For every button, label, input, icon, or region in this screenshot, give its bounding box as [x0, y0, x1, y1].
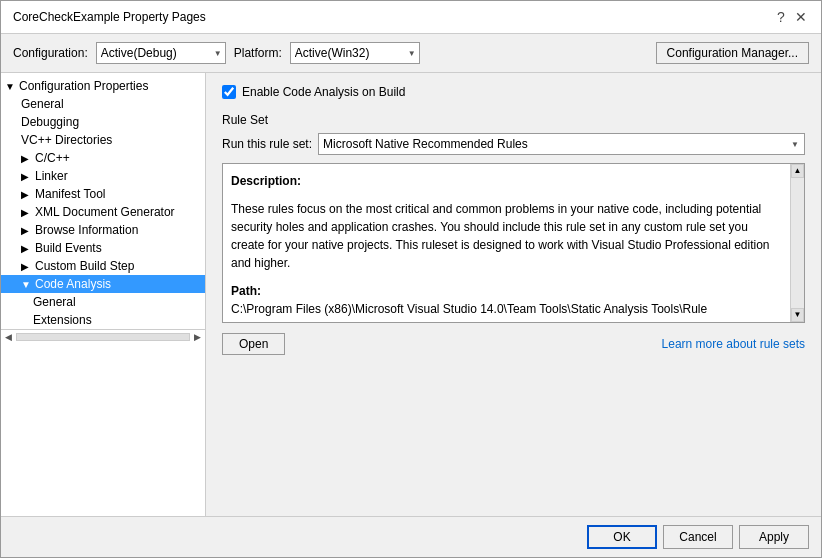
sidebar-item-extensions[interactable]: Extensions: [1, 311, 205, 329]
config-label: Configuration:: [13, 46, 88, 60]
enable-code-analysis-label: Enable Code Analysis on Build: [242, 85, 405, 99]
sidebar-label: Debugging: [21, 115, 79, 129]
scroll-up-btn[interactable]: ▲: [791, 164, 804, 178]
description-content: Description: These rules focus on the mo…: [231, 172, 796, 323]
platform-select-wrapper: Active(Win32): [290, 42, 420, 64]
sidebar-label: XML Document Generator: [35, 205, 175, 219]
footer: OK Cancel Apply: [1, 516, 821, 557]
expand-arrow: ▶: [21, 261, 33, 272]
hscroll-track[interactable]: [16, 333, 190, 341]
sidebar-item-xml-document-generator[interactable]: ▶ XML Document Generator: [1, 203, 205, 221]
sidebar-label: General: [21, 97, 64, 111]
ruleset-select[interactable]: Microsoft Native Recommended Rules: [318, 133, 805, 155]
title-bar-controls: ? ✕: [773, 9, 809, 25]
sidebar-label: VC++ Directories: [21, 133, 112, 147]
enable-code-analysis-row: Enable Code Analysis on Build: [222, 85, 805, 99]
dialog-title: CoreCheckExample Property Pages: [13, 10, 206, 24]
scroll-right-btn[interactable]: ▶: [192, 332, 203, 342]
sidebar-item-general[interactable]: General: [1, 95, 205, 113]
ruleset-select-wrapper: Microsoft Native Recommended Rules: [318, 133, 805, 155]
expand-arrow: ▶: [21, 207, 33, 218]
open-button[interactable]: Open: [222, 333, 285, 355]
sidebar-item-build-events[interactable]: ▶ Build Events: [1, 239, 205, 257]
sidebar-item-debugging[interactable]: Debugging: [1, 113, 205, 131]
scroll-track[interactable]: [791, 178, 804, 308]
close-button[interactable]: ✕: [793, 9, 809, 25]
enable-code-analysis-checkbox[interactable]: [222, 85, 236, 99]
property-pages-dialog: CoreCheckExample Property Pages ? ✕ Conf…: [0, 0, 822, 558]
rule-set-title: Rule Set: [222, 113, 805, 127]
run-rule-set-label: Run this rule set:: [222, 137, 312, 151]
sidebar-item-linker[interactable]: ▶ Linker: [1, 167, 205, 185]
sidebar-item-browse-information[interactable]: ▶ Browse Information: [1, 221, 205, 239]
sidebar-item-cpp[interactable]: ▶ C/C++: [1, 149, 205, 167]
expand-arrow: ▶: [21, 225, 33, 236]
sidebar-item-configuration-properties[interactable]: ▼ Configuration Properties: [1, 77, 205, 95]
scroll-left-btn[interactable]: ◀: [3, 332, 14, 342]
path-section: Path: C:\Program Files (x86)\Microsoft V…: [231, 282, 780, 323]
sidebar-label: Linker: [35, 169, 68, 183]
description-scrollbar: ▲ ▼: [790, 164, 804, 322]
config-select[interactable]: Active(Debug): [96, 42, 226, 64]
config-manager-button[interactable]: Configuration Manager...: [656, 42, 809, 64]
expand-arrow: ▶: [21, 189, 33, 200]
sidebar-label: C/C++: [35, 151, 70, 165]
collapse-arrow: ▼: [5, 81, 17, 92]
learn-more-link[interactable]: Learn more about rule sets: [662, 337, 805, 351]
title-bar: CoreCheckExample Property Pages ? ✕: [1, 1, 821, 34]
sidebar-label: Manifest Tool: [35, 187, 105, 201]
sidebar-label: General: [33, 295, 76, 309]
sidebar-label: Configuration Properties: [19, 79, 148, 93]
ok-button[interactable]: OK: [587, 525, 657, 549]
main-content: ▼ Configuration Properties General Debug…: [1, 73, 821, 516]
open-learn-row: Open Learn more about rule sets: [222, 333, 805, 355]
path-title: Path:: [231, 282, 780, 300]
sidebar: ▼ Configuration Properties General Debug…: [1, 73, 206, 516]
ruleset-row: Run this rule set: Microsoft Native Reco…: [222, 133, 805, 155]
sidebar-horizontal-scrollbar: ◀ ▶: [1, 329, 205, 344]
sidebar-label: Code Analysis: [35, 277, 111, 291]
sidebar-label: Build Events: [35, 241, 102, 255]
path-value: C:\Program Files (x86)\Microsoft Visual …: [231, 300, 780, 323]
sidebar-item-vc-directories[interactable]: VC++ Directories: [1, 131, 205, 149]
expand-arrow: ▶: [21, 171, 33, 182]
description-text: These rules focus on the most critical a…: [231, 200, 780, 272]
apply-button[interactable]: Apply: [739, 525, 809, 549]
platform-label: Platform:: [234, 46, 282, 60]
scroll-down-btn[interactable]: ▼: [791, 308, 804, 322]
sidebar-label: Extensions: [33, 313, 92, 327]
config-bar: Configuration: Active(Debug) Platform: A…: [1, 34, 821, 73]
expand-arrow: ▶: [21, 153, 33, 164]
config-select-wrapper: Active(Debug): [96, 42, 226, 64]
description-box: Description: These rules focus on the mo…: [222, 163, 805, 323]
right-panel: Enable Code Analysis on Build Rule Set R…: [206, 73, 821, 516]
sidebar-label: Browse Information: [35, 223, 138, 237]
sidebar-item-custom-build-step[interactable]: ▶ Custom Build Step: [1, 257, 205, 275]
sidebar-item-code-analysis-general[interactable]: General: [1, 293, 205, 311]
description-title: Description:: [231, 172, 780, 190]
cancel-button[interactable]: Cancel: [663, 525, 733, 549]
sidebar-item-code-analysis[interactable]: ▼ Code Analysis: [1, 275, 205, 293]
sidebar-item-manifest-tool[interactable]: ▶ Manifest Tool: [1, 185, 205, 203]
rule-set-section: Rule Set Run this rule set: Microsoft Na…: [222, 113, 805, 355]
collapse-arrow: ▼: [21, 279, 33, 290]
help-button[interactable]: ?: [773, 9, 789, 25]
platform-select[interactable]: Active(Win32): [290, 42, 420, 64]
sidebar-label: Custom Build Step: [35, 259, 134, 273]
expand-arrow: ▶: [21, 243, 33, 254]
